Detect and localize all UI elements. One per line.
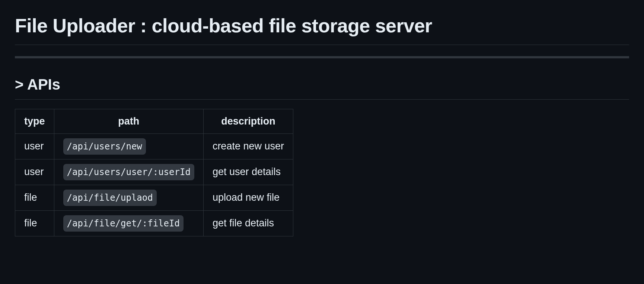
cell-path: /api/file/get/:fileId <box>54 210 203 236</box>
cell-type: user <box>15 159 54 185</box>
table-row: file /api/file/uplaod upload new file <box>15 185 293 210</box>
col-type: type <box>15 109 54 134</box>
cell-path: /api/users/user/:userId <box>54 159 203 185</box>
page-title: File Uploader : cloud-based file storage… <box>15 11 629 45</box>
cell-type: user <box>15 133 54 159</box>
code-path: /api/file/get/:fileId <box>63 215 184 232</box>
code-path: /api/users/new <box>63 138 146 155</box>
cell-description: get user details <box>203 159 293 185</box>
cell-description: get file details <box>203 210 293 236</box>
table-row: user /api/users/new create new user <box>15 133 293 159</box>
cell-type: file <box>15 185 54 210</box>
table-row: user /api/users/user/:userId get user de… <box>15 159 293 185</box>
col-description: description <box>203 109 293 134</box>
table-row: file /api/file/get/:fileId get file deta… <box>15 210 293 236</box>
col-path: path <box>54 109 203 134</box>
code-path: /api/file/uplaod <box>63 190 157 206</box>
divider <box>15 56 629 58</box>
code-path: /api/users/user/:userId <box>63 164 194 180</box>
cell-path: /api/file/uplaod <box>54 185 203 210</box>
cell-type: file <box>15 210 54 236</box>
cell-path: /api/users/new <box>54 133 203 159</box>
apis-table: type path description user /api/users/ne… <box>15 109 293 236</box>
cell-description: upload new file <box>203 185 293 210</box>
table-header-row: type path description <box>15 109 293 134</box>
apis-heading: > APIs <box>15 73 629 100</box>
cell-description: create new user <box>203 133 293 159</box>
